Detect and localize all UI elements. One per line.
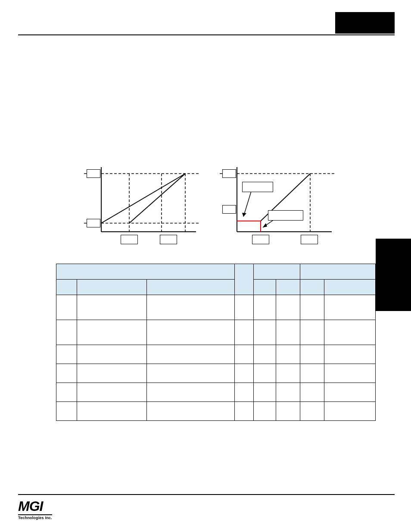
diagram-left (84, 163, 200, 245)
cell-desc (147, 402, 235, 421)
th-name (77, 280, 147, 295)
cell-desc (147, 320, 235, 345)
side-tab-black-box (376, 239, 411, 311)
cell-desc (147, 383, 235, 402)
cell-def (276, 402, 300, 421)
cell-def (276, 295, 300, 320)
label-box-y-top-r (222, 169, 236, 178)
table-row (56, 383, 376, 402)
cell-unit (235, 402, 254, 421)
cell-min (254, 383, 276, 402)
cell-max (300, 295, 324, 320)
label-box-x2 (160, 235, 177, 244)
th-setting (300, 264, 376, 280)
cell-desc (147, 364, 235, 383)
th-parameter (56, 264, 235, 280)
table-row (56, 345, 376, 364)
label-box-x1-r (252, 235, 269, 244)
cell-no (56, 345, 77, 364)
cell-unit (235, 320, 254, 345)
cell-max (300, 383, 324, 402)
cell-set (324, 295, 376, 320)
th-max (300, 280, 324, 295)
table-row (56, 402, 376, 421)
cell-unit (235, 383, 254, 402)
cell-name (77, 320, 147, 345)
cell-no (56, 364, 77, 383)
label-box-y-bottom (87, 219, 100, 227)
th-def (276, 280, 300, 295)
cell-min (254, 364, 276, 383)
svg-line-7 (101, 174, 185, 223)
label-box-y-top (87, 169, 100, 178)
cell-set (324, 402, 376, 421)
label-box-y-mid-r (222, 205, 236, 214)
cell-max (300, 345, 324, 364)
diagram-right (220, 163, 336, 245)
header-black-box (335, 12, 395, 34)
brand-logo-text: MGI (18, 498, 52, 514)
th-desc (147, 280, 235, 295)
cell-name (77, 345, 147, 364)
cell-min (254, 402, 276, 421)
cell-max (300, 364, 324, 383)
header-rule (18, 34, 395, 35)
cell-unit (235, 345, 254, 364)
cell-min (254, 345, 276, 364)
cell-def (276, 345, 300, 364)
parameter-table (56, 264, 376, 421)
callout-box-2 (268, 210, 303, 221)
cell-no (56, 320, 77, 345)
brand-logo-subtext: Technologies Inc. (18, 514, 52, 520)
cell-desc (147, 295, 235, 320)
cell-def (276, 364, 300, 383)
cell-min (254, 320, 276, 345)
label-box-x2-r (301, 235, 318, 244)
cell-def (276, 320, 300, 345)
th-unit (235, 264, 254, 295)
cell-name (77, 383, 147, 402)
table-row (56, 320, 376, 345)
cell-min (254, 295, 276, 320)
cell-unit (235, 364, 254, 383)
cell-def (276, 383, 300, 402)
th-set (324, 280, 376, 295)
cell-set (324, 383, 376, 402)
cell-name (77, 295, 147, 320)
th-range (254, 264, 300, 280)
callout-box-1 (242, 182, 273, 192)
brand-logo: MGI Technologies Inc. (18, 498, 52, 520)
cell-set (324, 364, 376, 383)
cell-set (324, 345, 376, 364)
svg-marker-17 (242, 213, 246, 217)
th-no (56, 280, 77, 295)
cell-no (56, 295, 77, 320)
cell-unit (235, 295, 254, 320)
cell-max (300, 402, 324, 421)
svg-line-8 (129, 174, 185, 223)
svg-line-16 (243, 189, 252, 217)
table-row (56, 295, 376, 320)
cell-desc (147, 345, 235, 364)
table-row (56, 364, 376, 383)
label-box-x1 (121, 235, 138, 244)
cell-no (56, 383, 77, 402)
cell-set (324, 320, 376, 345)
cell-name (77, 364, 147, 383)
cell-max (300, 320, 324, 345)
th-min (254, 280, 276, 295)
cell-name (77, 402, 147, 421)
footer-rule (18, 494, 395, 495)
cell-no (56, 402, 77, 421)
svg-marker-19 (263, 223, 267, 227)
